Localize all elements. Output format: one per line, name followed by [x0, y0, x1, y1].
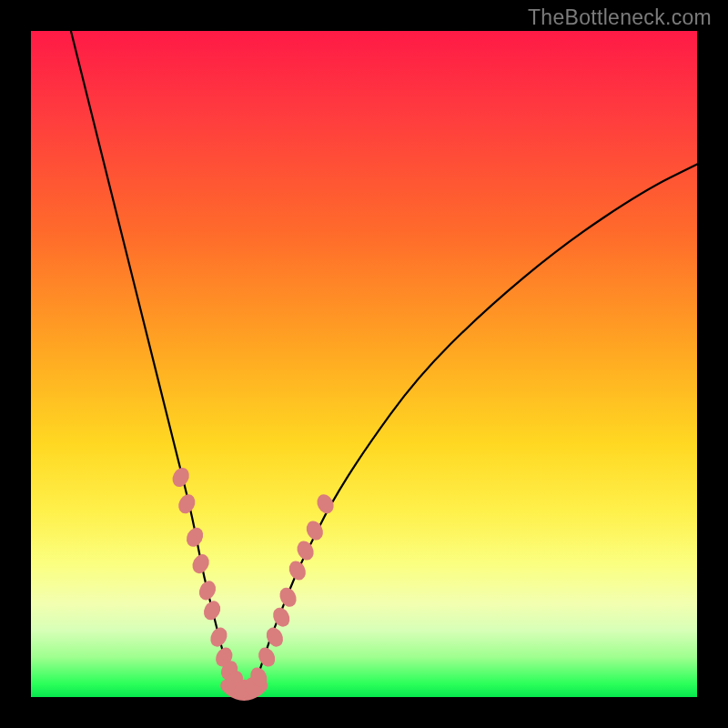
data-marker	[294, 538, 317, 562]
watermark-text: TheBottleneck.com	[528, 5, 712, 30]
data-marker	[270, 604, 293, 629]
data-marker	[189, 551, 212, 576]
data-marker	[207, 624, 230, 649]
data-marker	[200, 598, 223, 622]
outer-frame: TheBottleneck.com	[0, 0, 728, 728]
data-marker	[196, 578, 218, 602]
chart-svg	[31, 31, 697, 697]
markers-left	[169, 465, 254, 702]
curve-right	[251, 164, 697, 690]
data-marker	[176, 491, 198, 516]
data-marker	[277, 584, 299, 609]
data-marker	[183, 525, 206, 550]
data-marker	[263, 624, 286, 649]
data-marker	[314, 491, 337, 516]
data-marker	[286, 558, 308, 582]
data-marker	[169, 465, 192, 490]
data-marker	[255, 644, 278, 669]
markers-right	[242, 491, 337, 700]
plot-area	[31, 31, 697, 697]
